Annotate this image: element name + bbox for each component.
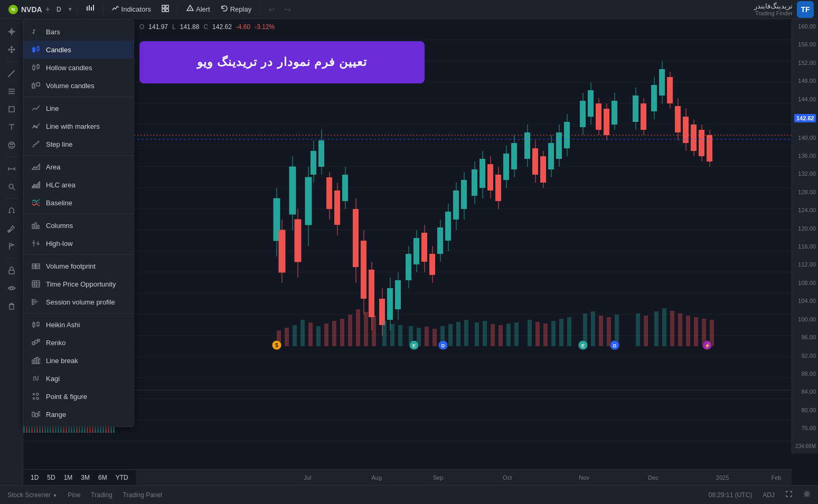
menu-item-line[interactable]: Line	[24, 99, 134, 117]
price-tick-156: 156.00	[794, 41, 816, 47]
settings-btn[interactable]	[800, 489, 814, 500]
menu-label-session-volume: Session volume profile	[46, 298, 115, 306]
tf-ytd[interactable]: YTD	[112, 472, 131, 483]
svg-rect-212	[285, 328, 289, 346]
tf-5d[interactable]: 5D	[44, 472, 58, 483]
price-tick-128: 128.00	[794, 189, 816, 195]
svg-text:E: E	[412, 343, 416, 348]
price-chart[interactable]: $ E D E D ⚡	[23, 19, 792, 453]
fib-tool[interactable]	[3, 83, 20, 100]
crosshair-tool[interactable]	[3, 23, 20, 40]
chart-type-btn[interactable]	[82, 2, 99, 16]
menu-item-volume-footprint[interactable]: Volume footprint	[24, 257, 134, 275]
move-tool[interactable]	[3, 41, 20, 58]
menu-item-range[interactable]: Range	[24, 405, 134, 423]
timeframe-btn[interactable]: D	[53, 4, 64, 15]
eye-tool[interactable]	[3, 280, 20, 297]
svg-point-20	[10, 144, 11, 145]
left-sep2	[5, 157, 18, 157]
tf-6m[interactable]: 6M	[95, 472, 110, 483]
menu-item-renko[interactable]: Renko	[24, 334, 134, 351]
measure-tool[interactable]	[3, 160, 20, 177]
menu-item-high-low[interactable]: High-low	[24, 234, 134, 252]
svg-text:E: E	[581, 343, 585, 348]
flag-tool[interactable]	[3, 238, 20, 255]
price-change: -4.60	[236, 23, 250, 31]
menu-item-baseline[interactable]: Baseline	[24, 194, 134, 212]
close-label: C	[203, 23, 208, 31]
svg-text:$: $	[275, 343, 278, 348]
stock-screener-btn[interactable]: Stock Screener ▼	[4, 490, 60, 500]
svg-rect-217	[324, 324, 328, 346]
timeframe-dropdown-icon[interactable]: ▼	[68, 6, 73, 12]
draw-tool[interactable]	[3, 65, 20, 82]
symbol-name[interactable]: NVDA	[21, 5, 42, 14]
menu-sep2	[24, 155, 134, 156]
redo-btn[interactable]: ↪	[280, 2, 295, 17]
menu-item-line-break[interactable]: Line break	[24, 351, 134, 369]
time-2025: 2025	[716, 474, 729, 481]
trading-panel-btn[interactable]: Trading Panel	[120, 490, 165, 500]
hollow-candles-icon	[31, 63, 41, 72]
main-toolbar: N NVDA + D ▼ Indicators	[0, 0, 818, 19]
step-line-icon	[31, 139, 41, 149]
symbol-area[interactable]: N NVDA + D ▼	[4, 4, 78, 15]
tf-1d[interactable]: 1D	[27, 472, 42, 483]
adj-btn[interactable]: ADJ	[759, 490, 778, 500]
tf-1m[interactable]: 1M	[61, 472, 76, 483]
menu-item-hollow-candles[interactable]: Hollow candles	[24, 59, 134, 77]
time-nov: Nov	[579, 474, 589, 481]
emoji-tool[interactable]	[3, 137, 20, 154]
add-symbol-btn[interactable]: +	[45, 5, 50, 14]
menu-item-session-volume[interactable]: Session volume profile	[24, 293, 134, 311]
session-volume-icon	[31, 297, 41, 307]
text-tool[interactable]	[3, 119, 20, 136]
svg-rect-257	[678, 313, 682, 346]
menu-item-heikin-ashi[interactable]: Heikin Ashi	[24, 316, 134, 334]
trash-tool[interactable]	[3, 298, 20, 315]
zoom-tool[interactable]	[3, 178, 20, 195]
menu-item-area[interactable]: Area	[24, 158, 134, 176]
svg-rect-181	[580, 101, 586, 127]
menu-item-time-price[interactable]: Time Price Opportunity	[24, 275, 134, 293]
trading-btn[interactable]: Trading	[88, 490, 115, 500]
fit-chart-btn[interactable]	[782, 489, 796, 500]
current-price-tick[interactable]: 142.62	[794, 114, 816, 122]
bars-icon	[31, 27, 41, 36]
menu-item-bars[interactable]: Bars	[24, 23, 134, 41]
menu-item-volume-candles[interactable]: Volume candles	[24, 77, 134, 94]
hlc-area-icon	[31, 180, 41, 189]
time-oct: Oct	[503, 474, 512, 481]
svg-rect-235	[475, 322, 479, 346]
indicators-btn[interactable]: Indicators	[108, 3, 155, 16]
price-tick-132: 132.00	[794, 170, 816, 177]
menu-item-line-markers[interactable]: Line with markers	[24, 117, 134, 135]
svg-rect-163	[495, 175, 501, 201]
svg-rect-3	[93, 5, 94, 11]
screener-dropdown-icon: ▼	[52, 493, 57, 498]
svg-text:D: D	[441, 343, 445, 348]
menu-item-point-figure[interactable]: Point & figure	[24, 387, 134, 405]
alert-btn[interactable]: Alert	[182, 3, 214, 16]
shapes-tool[interactable]	[3, 101, 20, 118]
magnet-tool[interactable]	[3, 202, 20, 219]
menu-item-candles[interactable]: Candles	[24, 41, 134, 59]
menu-item-columns[interactable]: Columns	[24, 216, 134, 234]
svg-rect-141	[406, 254, 411, 280]
main-chart-area: O 141.97 L 141.88 C 142.62 -4.60 -3.12% …	[23, 19, 818, 485]
undo-btn[interactable]: ↩	[265, 2, 279, 17]
pine-btn[interactable]: Pine	[64, 490, 83, 500]
sep2	[177, 4, 178, 15]
price-tick-116: 116.00	[794, 243, 816, 250]
replay-btn[interactable]: Replay	[217, 3, 256, 16]
svg-rect-195	[651, 85, 657, 111]
menu-item-step-line[interactable]: Step line	[24, 135, 134, 153]
menu-item-hlc-area[interactable]: HLC area	[24, 176, 134, 194]
color-tool[interactable]	[3, 220, 20, 237]
top-right-area: تریدینگ‌فایندر Trading Finder TF	[754, 1, 814, 18]
menu-item-kagi[interactable]: Kagi	[24, 369, 134, 387]
tf-3m[interactable]: 3M	[78, 472, 93, 483]
templates-btn[interactable]	[157, 3, 173, 16]
lock-tool[interactable]	[3, 262, 20, 279]
svg-rect-88	[34, 358, 36, 364]
